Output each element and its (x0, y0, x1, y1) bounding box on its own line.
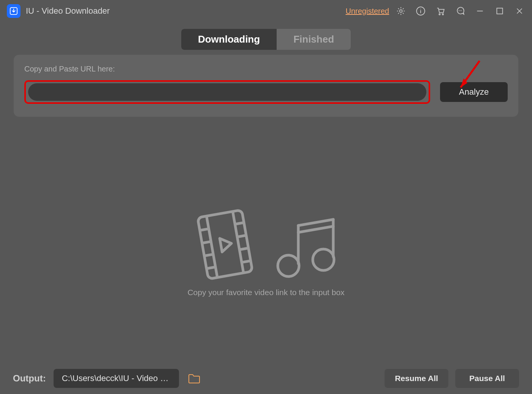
resume-all-button[interactable]: Resume All (385, 369, 448, 388)
svg-line-26 (242, 261, 251, 262)
svg-point-6 (442, 14, 443, 15)
empty-state-hint: Copy your favorite video link to the inp… (187, 288, 344, 297)
tab-downloading[interactable]: Downloading (181, 29, 277, 50)
svg-rect-16 (198, 210, 253, 279)
minimize-icon[interactable] (474, 5, 486, 17)
tab-bar: Downloading Finished (0, 22, 532, 50)
svg-point-8 (460, 10, 461, 11)
svg-point-33 (313, 249, 334, 270)
svg-marker-27 (220, 237, 233, 252)
svg-point-32 (278, 255, 299, 276)
output-path[interactable]: C:\Users\decck\IU - Video D... (54, 369, 179, 388)
svg-line-22 (206, 267, 215, 268)
analyze-button[interactable]: Analyze (440, 82, 508, 102)
app-title: IU - Video Downloader (26, 6, 110, 16)
svg-point-9 (461, 10, 462, 11)
empty-state: Copy your favorite video link to the inp… (0, 117, 532, 363)
svg-line-24 (237, 235, 246, 237)
app-logo-icon (7, 4, 21, 18)
svg-line-21 (204, 254, 214, 256)
output-label: Output: (13, 373, 46, 384)
url-label: Copy and Paste URL here: (24, 65, 508, 73)
close-icon[interactable] (514, 5, 525, 17)
svg-point-4 (420, 9, 421, 10)
svg-line-29 (298, 226, 333, 232)
svg-point-7 (459, 10, 459, 11)
svg-line-18 (233, 211, 243, 273)
chat-icon[interactable] (454, 5, 466, 17)
gear-icon[interactable] (395, 5, 407, 17)
svg-line-25 (239, 248, 249, 249)
url-input-highlight (24, 80, 430, 104)
svg-line-19 (200, 229, 209, 230)
svg-line-23 (235, 222, 244, 224)
svg-line-20 (202, 241, 211, 243)
footer-bar: Output: C:\Users\decck\IU - Video D... R… (0, 363, 532, 394)
pause-all-button[interactable]: Pause All (455, 369, 519, 388)
maximize-icon[interactable] (494, 5, 505, 17)
tab-finished[interactable]: Finished (277, 29, 351, 50)
svg-point-5 (439, 14, 440, 15)
empty-state-illustration (194, 208, 338, 280)
info-icon[interactable] (415, 5, 426, 17)
open-folder-icon[interactable] (186, 371, 203, 386)
url-input[interactable] (28, 83, 426, 101)
titlebar: IU - Video Downloader Unregistered (0, 0, 532, 22)
svg-line-28 (298, 219, 333, 226)
cart-icon[interactable] (435, 5, 446, 17)
url-panel: Copy and Paste URL here: Analyze (14, 55, 518, 117)
svg-rect-11 (497, 8, 502, 14)
unregistered-link[interactable]: Unregistered (345, 7, 389, 16)
svg-point-1 (400, 10, 402, 13)
